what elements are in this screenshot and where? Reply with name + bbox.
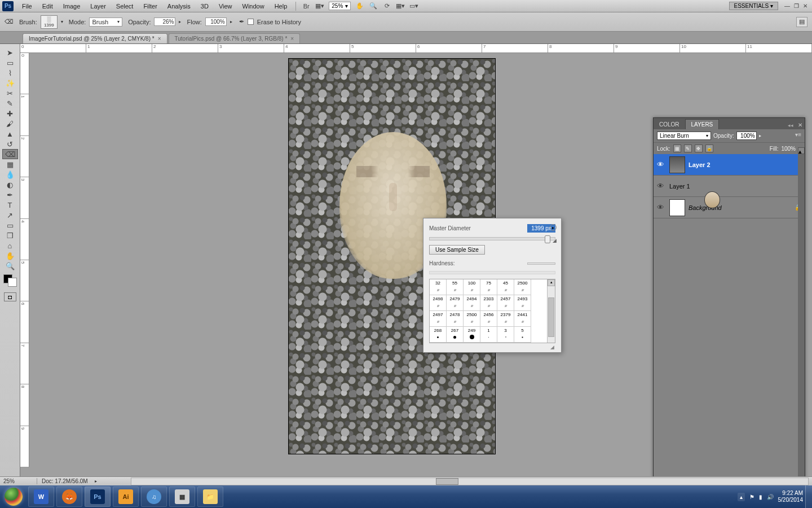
brush-preset[interactable]: 2500⸙ bbox=[514, 279, 531, 295]
menu-help[interactable]: Help bbox=[270, 2, 293, 11]
tab-tutorialpics[interactable]: TutorialPics.psd @ 66.7% (Layer 3, RGB/8… bbox=[169, 33, 301, 43]
layer-row[interactable]: 👁 Layer 2 bbox=[654, 154, 805, 176]
menu-view[interactable]: View bbox=[214, 2, 237, 11]
layer-thumbnail[interactable] bbox=[704, 191, 720, 208]
shape-tool-icon[interactable]: ▭ bbox=[2, 220, 18, 230]
flag-icon[interactable]: ⚑ bbox=[749, 494, 754, 500]
layer-opacity-input[interactable]: 100% bbox=[736, 132, 757, 140]
brush-preset[interactable]: 2493⸙ bbox=[514, 295, 531, 311]
brush-preset[interactable]: 249 bbox=[464, 327, 480, 343]
layer-name[interactable]: Layer 2 bbox=[689, 161, 801, 168]
brush-preset[interactable]: 2494⸙ bbox=[464, 295, 480, 311]
taskbar-word[interactable]: W bbox=[28, 487, 54, 507]
flow-input[interactable]: 100% bbox=[205, 17, 227, 26]
taskbar-photoshop[interactable]: Ps bbox=[85, 487, 111, 507]
crop-tool-icon[interactable]: ✂ bbox=[2, 88, 18, 98]
brush-preset[interactable]: 55⸙ bbox=[447, 279, 464, 295]
menu-select[interactable]: Select bbox=[111, 2, 139, 11]
layer-thumbnail[interactable] bbox=[669, 156, 685, 173]
hand-icon[interactable]: ✋ bbox=[355, 2, 365, 11]
zoom-combo[interactable]: 25%▾ bbox=[329, 2, 351, 10]
start-button[interactable] bbox=[0, 485, 27, 508]
menu-image[interactable]: Image bbox=[58, 2, 86, 11]
layer-row[interactable]: 👁 Layer 1 bbox=[654, 176, 805, 197]
window-close[interactable]: ✕ bbox=[801, 2, 810, 10]
flyout-menu-icon[interactable]: ▸ bbox=[550, 224, 557, 231]
panel-grip-icon[interactable]: ◂◂ bbox=[785, 121, 796, 129]
scroll-thumb[interactable] bbox=[548, 297, 554, 337]
taskbar-firefox[interactable]: 🦊 bbox=[56, 487, 82, 507]
volume-icon[interactable]: 🔊 bbox=[767, 494, 774, 500]
brush-preset[interactable]: 2497⸙ bbox=[430, 311, 447, 327]
brush-preset[interactable]: 2500⸙ bbox=[464, 311, 480, 327]
brush-preset[interactable]: 1 bbox=[480, 327, 497, 343]
layer-thumbnail[interactable] bbox=[669, 199, 685, 216]
brush-preset[interactable]: 2498⸙ bbox=[430, 295, 447, 311]
taskbar-illustrator[interactable]: Ai bbox=[113, 487, 139, 507]
lock-position-icon[interactable]: ✥ bbox=[695, 144, 703, 152]
brush-preset[interactable]: 267 bbox=[447, 327, 464, 343]
brush-preset[interactable]: 268 bbox=[430, 327, 447, 343]
brush-preset[interactable]: 2303⸙ bbox=[480, 295, 497, 311]
color-swatch[interactable] bbox=[3, 274, 17, 287]
brush-preset[interactable]: 5 bbox=[514, 327, 531, 343]
eyedropper-tool-icon[interactable]: ✎ bbox=[2, 98, 18, 108]
panel-scrollbar[interactable]: ▴ bbox=[798, 147, 805, 478]
marquee-tool-icon[interactable]: ▭ bbox=[2, 58, 18, 68]
brush-preset[interactable]: 2457⸙ bbox=[497, 295, 514, 311]
pen-tool-icon[interactable]: ✒ bbox=[2, 190, 18, 200]
gradient-tool-icon[interactable]: ▦ bbox=[2, 159, 18, 169]
brush-tool-icon[interactable]: 🖌 bbox=[2, 119, 18, 129]
wand-tool-icon[interactable]: ✨ bbox=[2, 78, 18, 88]
zoom-tool-icon[interactable]: 🔍 bbox=[2, 261, 18, 271]
brush-preset[interactable]: 2479⸙ bbox=[447, 295, 464, 311]
brush-preset[interactable]: 3 bbox=[497, 327, 514, 343]
brush-preset[interactable]: 100⸙ bbox=[464, 279, 480, 295]
blend-mode-combo[interactable]: Linear Burn▾ bbox=[657, 132, 711, 140]
network-icon[interactable]: ▮ bbox=[759, 494, 762, 500]
rotate-view-icon[interactable]: ⟳ bbox=[382, 2, 392, 11]
layer-row[interactable]: 👁 Background 🔒 bbox=[654, 197, 805, 218]
screen-mode-icon[interactable]: ▭▾ bbox=[409, 2, 419, 11]
panel-toggle-icon[interactable]: ▤ bbox=[796, 17, 807, 27]
show-desktop-button[interactable] bbox=[805, 485, 812, 508]
3d-tool-icon[interactable]: ❒ bbox=[2, 230, 18, 240]
taskbar-explorer[interactable]: 📁 bbox=[197, 487, 223, 507]
history-brush-icon[interactable]: ↺ bbox=[2, 139, 18, 149]
move-tool-icon[interactable]: ➤ bbox=[2, 47, 18, 58]
lock-pixels-icon[interactable]: ✎ bbox=[684, 144, 692, 152]
blur-tool-icon[interactable]: 💧 bbox=[2, 169, 18, 179]
lock-transparent-icon[interactable]: ▦ bbox=[673, 144, 681, 152]
brush-preset[interactable]: 75⸙ bbox=[480, 279, 497, 295]
close-icon[interactable]: × bbox=[158, 36, 161, 42]
use-sample-size-button[interactable]: Use Sample Size bbox=[429, 245, 485, 255]
mini-bridge-icon[interactable]: ▦▾ bbox=[315, 2, 325, 11]
menu-analysis[interactable]: Analysis bbox=[162, 2, 196, 11]
brush-preset[interactable]: 2478⸙ bbox=[447, 311, 464, 327]
diameter-slider[interactable] bbox=[429, 237, 555, 240]
panel-menu-icon[interactable]: ▾≡ bbox=[793, 130, 804, 139]
brush-preset[interactable]: 45⸙ bbox=[497, 279, 514, 295]
menu-window[interactable]: Window bbox=[237, 2, 270, 11]
close-icon[interactable]: × bbox=[290, 36, 294, 42]
workspace-switcher[interactable]: ESSENTIALS ▾ bbox=[729, 2, 778, 10]
brush-picker[interactable]: ░ 1399 bbox=[41, 15, 58, 29]
type-tool-icon[interactable]: T bbox=[2, 200, 18, 210]
visibility-icon[interactable]: 👁 bbox=[657, 182, 666, 190]
lock-all-icon[interactable]: 🔒 bbox=[705, 144, 713, 152]
menu-edit[interactable]: Edit bbox=[37, 2, 58, 11]
window-restore[interactable]: ❐ bbox=[792, 2, 801, 10]
erase-history-checkbox[interactable] bbox=[248, 19, 254, 25]
visibility-icon[interactable]: 👁 bbox=[657, 203, 666, 212]
hand-tool-icon[interactable]: ✋ bbox=[2, 251, 18, 261]
menu-3d[interactable]: 3D bbox=[196, 2, 214, 11]
quickmask-icon[interactable]: ◘ bbox=[4, 292, 16, 301]
lasso-tool-icon[interactable]: ⌇ bbox=[2, 68, 18, 78]
airbrush-icon[interactable]: ✒ bbox=[239, 18, 244, 25]
scroll-thumb[interactable] bbox=[436, 478, 458, 485]
status-doc-size[interactable]: Doc: 17.2M/56.0M bbox=[37, 478, 92, 484]
h-scrollbar[interactable] bbox=[131, 478, 809, 485]
clock[interactable]: 9:22 AM 5/20/2014 bbox=[778, 490, 804, 503]
tray-overflow-icon[interactable]: ▴ bbox=[738, 493, 745, 501]
path-tool-icon[interactable]: ↗ bbox=[2, 210, 18, 220]
